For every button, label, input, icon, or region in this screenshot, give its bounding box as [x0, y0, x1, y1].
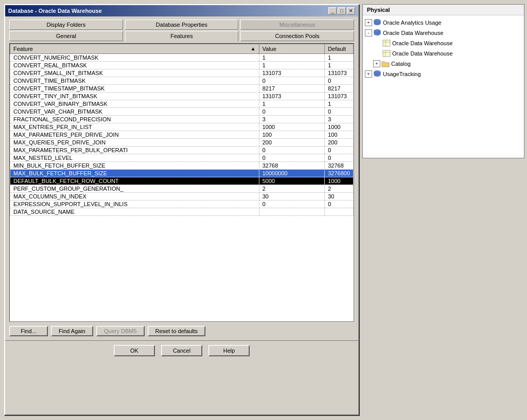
- cell-default: 32768: [325, 162, 354, 170]
- tree-item[interactable]: -Oracle Data Warehouse: [363, 28, 524, 38]
- table-row[interactable]: CONVERT_VAR_CHAR_BITMASK00: [10, 108, 354, 116]
- table-row[interactable]: EXPRESSION_SUPPORT_LEVEL_IN_INLIS00: [10, 200, 354, 208]
- folder-icon: [381, 60, 390, 68]
- tree-expander[interactable]: +: [365, 19, 372, 26]
- table-row[interactable]: MAX_QUERIES_PER_DRIVE_JOIN200200: [10, 139, 354, 147]
- tree-item-label: Oracle Data Warehouse: [392, 50, 453, 57]
- tree-item[interactable]: Oracle Data Warehouse: [363, 48, 524, 59]
- table-row[interactable]: MAX_BULK_FETCH_BUFFER_SIZE10000000327680…: [10, 170, 354, 177]
- table-row[interactable]: CONVERT_TINY_INT_BITMASK131073131073: [10, 93, 354, 100]
- table-row[interactable]: FRACTIONAL_SECOND_PRECISION33: [10, 116, 354, 123]
- cell-default: 0: [325, 154, 354, 162]
- tree-item[interactable]: +Oracle Analytics Usage: [363, 17, 524, 28]
- tree-item[interactable]: Oracle Data Warehouse: [363, 38, 524, 48]
- tree-item-label: Oracle Analytics Usage: [383, 20, 442, 26]
- close-button[interactable]: ✕: [347, 7, 355, 14]
- cell-feature: MAX_PARAMETERS_PER_DRIVE_JOIN: [10, 131, 259, 139]
- cell-value: 100: [259, 131, 324, 139]
- tab-general[interactable]: General: [9, 31, 123, 41]
- cell-feature: CONVERT_REAL_BITMASK: [10, 62, 259, 69]
- tab-bar: Display Folders Database Properties Misc…: [5, 16, 358, 41]
- database-icon: [373, 29, 381, 37]
- cell-feature: CONVERT_VAR_CHAR_BITMASK: [10, 108, 259, 116]
- col-feature[interactable]: Feature ▲: [10, 44, 259, 54]
- table-row[interactable]: PERF_CUSTOM_GROUP_GENERATION_22: [10, 185, 354, 193]
- cell-value: 1: [259, 62, 324, 69]
- cell-feature: MAX_NESTED_LEVEL: [10, 154, 259, 162]
- table-icon: [382, 39, 391, 47]
- table-row[interactable]: MAX_ENTRIES_PER_IN_LIST10001000: [10, 123, 354, 131]
- tree-item[interactable]: +UsageTracking: [363, 69, 524, 79]
- cell-value: 1: [259, 100, 324, 108]
- tree-expander[interactable]: -: [365, 29, 372, 36]
- cell-feature: CONVERT_NUMERIC_BITMASK: [10, 54, 259, 62]
- physical-tree: +Oracle Analytics Usage-Oracle Data Ware…: [363, 15, 524, 81]
- svg-rect-2: [383, 40, 390, 46]
- cancel-button[interactable]: Cancel: [161, 345, 202, 356]
- tab-display-folders[interactable]: Display Folders: [9, 20, 123, 30]
- query-dbm5-button[interactable]: Query DBM5: [96, 326, 145, 336]
- action-buttons-bar: Find... Find Again Query DBM5 Reset to d…: [5, 324, 358, 338]
- cell-default: 1: [325, 100, 354, 108]
- cell-value: 2: [259, 185, 324, 193]
- table-row[interactable]: CONVERT_REAL_BITMASK11: [10, 62, 354, 69]
- tree-expander[interactable]: +: [373, 60, 380, 67]
- table-row[interactable]: DATA_SOURCE_NAME: [10, 208, 354, 216]
- cell-value: 10000000: [259, 170, 324, 177]
- reset-defaults-button[interactable]: Reset to defaults: [148, 326, 206, 336]
- table-row[interactable]: MAX_PARAMETERS_PER_DRIVE_JOIN100100: [10, 131, 354, 139]
- cell-feature: CONVERT_TIMESTAMP_BITMASK: [10, 85, 259, 93]
- tab-features[interactable]: Features: [125, 31, 239, 41]
- tree-item-label: UsageTracking: [383, 71, 421, 77]
- tree-expander[interactable]: +: [365, 70, 372, 78]
- table-row[interactable]: DEFAULT_BULK_FETCH_ROW_COUNT50001000: [10, 177, 354, 185]
- table-row[interactable]: MAX_NESTED_LEVEL00: [10, 154, 354, 162]
- cell-feature: MAX_QUERIES_PER_DRIVE_JOIN: [10, 139, 259, 147]
- tree-item-label: Oracle Data Warehouse: [392, 40, 453, 46]
- cell-default: 131073: [325, 93, 354, 100]
- find-again-button[interactable]: Find Again: [51, 326, 93, 336]
- cell-feature: PERF_CUSTOM_GROUP_GENERATION_: [10, 185, 259, 193]
- physical-panel-title: Physical: [363, 5, 524, 15]
- cell-default: 2: [325, 185, 354, 193]
- table-row[interactable]: MAX_PARAMETERS_PER_BULK_OPERATI00: [10, 147, 354, 154]
- table-row[interactable]: CONVERT_TIMESTAMP_BITMASK82178217: [10, 85, 354, 93]
- tree-item[interactable]: +Catalog: [363, 59, 524, 69]
- features-table-wrapper[interactable]: Feature ▲ Value Default CONVERT_NUMERIC_…: [10, 44, 354, 321]
- cell-value: 3: [259, 116, 324, 123]
- cell-default: 1000: [325, 123, 354, 131]
- ok-button[interactable]: OK: [114, 345, 155, 356]
- cell-feature: DATA_SOURCE_NAME: [10, 208, 259, 216]
- cell-value: 131073: [259, 93, 324, 100]
- tab-miscellaneous[interactable]: Miscellaneous: [240, 20, 354, 30]
- table-row[interactable]: CONVERT_NUMERIC_BITMASK11: [10, 54, 354, 62]
- cell-value: 0: [259, 154, 324, 162]
- tree-item-label: Catalog: [391, 61, 411, 67]
- cell-default: 30: [325, 193, 354, 200]
- cell-default: 0: [325, 200, 354, 208]
- main-dialog: Database - Oracle Data Warehouse _ □ ✕ D…: [4, 4, 359, 415]
- cell-feature: CONVERT_TIME_BITMASK: [10, 77, 259, 85]
- col-default[interactable]: Default: [325, 44, 354, 54]
- help-button[interactable]: Help: [208, 345, 250, 356]
- cell-value: 200: [259, 139, 324, 147]
- tab-connection-pools[interactable]: Connection Pools: [240, 31, 354, 41]
- cell-default: 3276800: [325, 170, 354, 177]
- cell-feature: DEFAULT_BULK_FETCH_ROW_COUNT: [10, 177, 259, 185]
- cell-value: 5000: [259, 177, 324, 185]
- maximize-button[interactable]: □: [338, 7, 346, 14]
- cell-feature: MAX_PARAMETERS_PER_BULK_OPERATI: [10, 147, 259, 154]
- tab-database-properties[interactable]: Database Properties: [125, 20, 239, 30]
- table-row[interactable]: CONVERT_SMALL_INT_BITMASK131073131073: [10, 69, 354, 77]
- col-value[interactable]: Value: [259, 44, 324, 54]
- find-button[interactable]: Find...: [9, 326, 48, 336]
- cell-value: 0: [259, 77, 324, 85]
- table-row[interactable]: MIN_BULK_FETCH_BUFFER_SIZE3276832768: [10, 162, 354, 170]
- cell-default: 131073: [325, 69, 354, 77]
- table-row[interactable]: CONVERT_TIME_BITMASK00: [10, 77, 354, 85]
- table-row[interactable]: MAX_COLUMNS_IN_INDEX3030: [10, 193, 354, 200]
- cell-value: [259, 208, 324, 216]
- minimize-button[interactable]: _: [328, 7, 337, 14]
- table-row[interactable]: CONVERT_VAR_BINARY_BITMASK11: [10, 100, 354, 108]
- cell-feature: MAX_BULK_FETCH_BUFFER_SIZE: [10, 170, 259, 177]
